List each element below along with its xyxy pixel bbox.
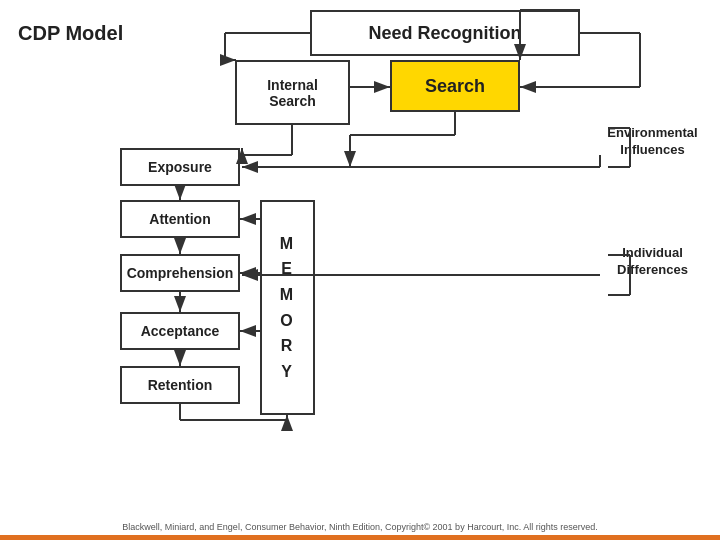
attention-box: Attention bbox=[120, 200, 240, 238]
internal-search-box: InternalSearch bbox=[235, 60, 350, 125]
need-recognition-box: Need Recognition bbox=[310, 10, 580, 56]
environmental-influences-label: EnvironmentalInfluences bbox=[600, 125, 705, 159]
acceptance-box: Acceptance bbox=[120, 312, 240, 350]
footer-text: Blackwell, Miniard, and Engel, Consumer … bbox=[122, 522, 597, 532]
bottom-bar bbox=[0, 535, 720, 540]
search-box: Search bbox=[390, 60, 520, 112]
memory-box: M E M O R Y bbox=[260, 200, 315, 415]
comprehension-box: Comprehension bbox=[120, 254, 240, 292]
cdp-model-title: CDP Model bbox=[18, 22, 123, 45]
individual-differences-label: IndividualDifferences bbox=[600, 245, 705, 279]
exposure-box: Exposure bbox=[120, 148, 240, 186]
retention-box: Retention bbox=[120, 366, 240, 404]
